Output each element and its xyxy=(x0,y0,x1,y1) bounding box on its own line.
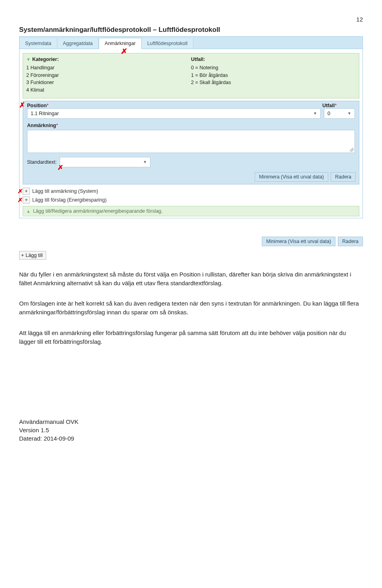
annotation-x-icon: ✗ xyxy=(57,165,64,171)
chevron-down-icon: ▼ xyxy=(313,111,317,116)
footer-line: Användarmanual OVK xyxy=(19,417,363,426)
app-body: ▼Kategorier: 1 Handlingar 2 Föroreningar… xyxy=(19,49,363,218)
lagg-till-button[interactable]: + Lägg till xyxy=(19,251,46,260)
footer-line: Daterad: 2014-09-09 xyxy=(19,434,363,443)
tab-systemdata[interactable]: Systemdata xyxy=(19,38,57,49)
page-title: System/anmärkningar/luftflödesprotokoll … xyxy=(19,26,363,34)
tab-anmarkningar[interactable]: Anmärkningar ✗ xyxy=(99,38,142,49)
add-line-label: Lägg till anmärkning (System) xyxy=(32,188,98,194)
position-select[interactable]: 1.1 Ritningar ▼ xyxy=(27,108,321,119)
required-icon: * xyxy=(56,123,58,128)
utfall-item: 1 = Bör åtgärdas xyxy=(191,72,356,79)
resize-grip-icon[interactable] xyxy=(350,148,354,152)
tab-label: Anmärkningar xyxy=(105,41,136,46)
paragraph: Om förslagen inte är helt korrekt så kan… xyxy=(19,299,363,317)
utfall-value: 0 xyxy=(327,111,330,116)
form-panel: ✗ Position* Utfall* 1.1 Ritningar ▼ 0 ▼ … xyxy=(23,101,359,184)
utfall-select[interactable]: 0 ▼ xyxy=(324,108,355,119)
minimera-button-outer[interactable]: Minimera (Visa ett urval data) xyxy=(262,237,335,246)
utfall-label: Utfall xyxy=(322,103,335,108)
tab-aggregatdata[interactable]: Aggregatdata xyxy=(57,38,99,49)
categories-header: Kategorier: xyxy=(32,56,59,63)
chevron-down-icon: ▼ xyxy=(143,160,147,164)
add-line-label: Lägg till förslag (Energibesparing) xyxy=(32,197,107,203)
green-footer-text: Lägg till/Redigera anmärkningar/energibe… xyxy=(33,208,163,214)
required-icon: * xyxy=(335,103,337,108)
annotation-x-icon: ✗ xyxy=(19,102,25,109)
minimera-button[interactable]: Minimera (Visa ett urval data) xyxy=(255,172,328,182)
category-item: 3 Funktioner xyxy=(26,79,191,86)
radera-button[interactable]: Radera xyxy=(331,172,356,182)
categories-col: ▼Kategorier: 1 Handlingar 2 Föroreningar… xyxy=(26,56,191,94)
utfall-header: Utfall: xyxy=(191,56,205,63)
plus-icon: + xyxy=(21,253,24,258)
outer-button-row: Minimera (Visa ett urval data) Radera xyxy=(19,234,363,249)
utfall-item: 2 = Skall åtgärdas xyxy=(191,79,356,86)
standardtext-select[interactable]: ▼ ✗ xyxy=(60,157,150,167)
footer-line: Version 1.5 xyxy=(19,426,363,434)
anmarkning-textarea[interactable] xyxy=(27,130,355,153)
required-icon: * xyxy=(47,103,49,108)
category-item: 1 Handlingar xyxy=(26,64,191,72)
position-label: Position xyxy=(27,103,47,108)
utfall-col: Utfall: 0 = Notering 1 = Bör åtgärdas 2 … xyxy=(191,56,356,94)
collapse-icon[interactable]: ▼ xyxy=(26,56,31,63)
standardtext-label: Standardtext: xyxy=(27,159,57,165)
expand-icon[interactable]: ▲ xyxy=(26,209,31,214)
category-item: 2 Föroreningar xyxy=(26,72,191,79)
page-number: 12 xyxy=(19,16,363,23)
annotation-x-icon: ✗ xyxy=(18,188,23,194)
utfall-item: 0 = Notering xyxy=(191,64,356,72)
paragraph: Att lägga till en anmärkning eller förbä… xyxy=(19,329,363,346)
tab-luftflodesprotokoll[interactable]: Luftflödesprotokoll xyxy=(142,38,193,49)
app-panel: Systemdata Aggregatdata Anmärkningar ✗ L… xyxy=(19,36,363,218)
anmarkning-label: Anmärkning xyxy=(27,123,56,128)
categories-panel: ▼Kategorier: 1 Handlingar 2 Föroreningar… xyxy=(23,53,359,98)
paragraph: När du fyller i en anmärkningstext så må… xyxy=(19,270,363,288)
category-item: 4 Klimat xyxy=(26,86,191,94)
position-value: 1.1 Ritningar xyxy=(31,111,59,116)
page-footer: Användarmanual OVK Version 1.5 Daterad: … xyxy=(19,417,363,443)
plus-icon: + xyxy=(23,188,30,195)
lagg-till-label: Lägg till xyxy=(25,253,43,258)
annotation-x-icon: ✗ xyxy=(121,48,128,55)
body-text: När du fyller i en anmärkningstext så må… xyxy=(19,270,363,346)
tab-bar: Systemdata Aggregatdata Anmärkningar ✗ L… xyxy=(19,37,363,49)
plus-icon: + xyxy=(23,196,30,204)
radera-button-outer[interactable]: Radera xyxy=(338,237,363,246)
add-forslag-energi[interactable]: ✗ + Lägg till förslag (Energibesparing) xyxy=(23,196,359,204)
chevron-down-icon: ▼ xyxy=(347,111,351,116)
green-footer: ▲ Lägg till/Redigera anmärkningar/energi… xyxy=(23,206,359,216)
add-anmarkning-system[interactable]: ✗ + Lägg till anmärkning (System) xyxy=(23,187,359,196)
annotation-x-icon: ✗ xyxy=(18,197,23,203)
